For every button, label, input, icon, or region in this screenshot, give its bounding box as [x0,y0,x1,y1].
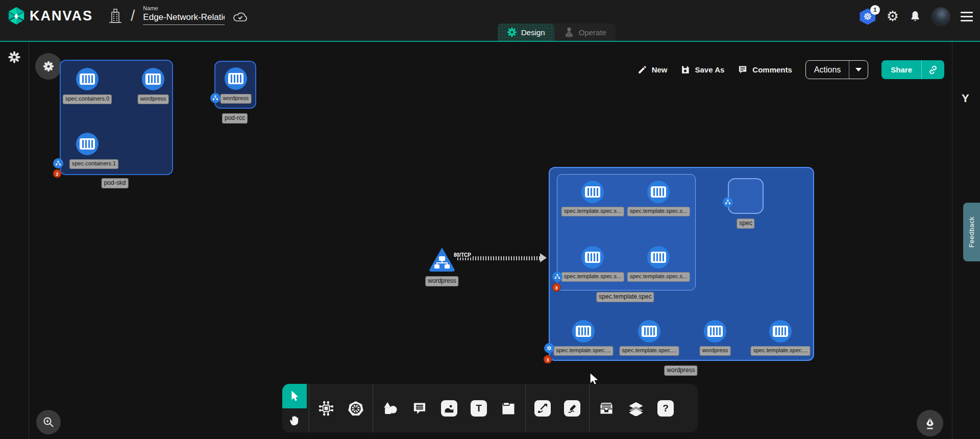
new-button[interactable]: New [638,65,668,75]
organization-icon[interactable] [108,8,122,23]
save-icon [680,65,690,75]
kanvas-logo-icon[interactable] [7,6,26,26]
container-node[interactable] [581,181,604,203]
drawer-icon [599,402,614,415]
pan-hand-tool-button[interactable] [282,408,307,432]
container-label: wordpress [700,346,731,356]
settings-gear-icon[interactable]: ⚙ [887,10,899,23]
feedback-tab[interactable]: Feedback [963,203,980,261]
components-tool-button[interactable] [311,384,341,432]
kubernetes-wheel-icon [348,400,364,417]
help-button[interactable]: ? [651,384,680,432]
kubernetes-context-button[interactable]: ☸ 1 [859,9,876,25]
image-icon [441,400,457,417]
container-node[interactable] [142,68,164,90]
zoom-button[interactable] [36,410,61,434]
container-icon [80,138,95,150]
spec-node[interactable] [728,178,764,214]
share-label: Share [881,65,921,74]
wordpress-deployment-label: wordpress [664,365,697,376]
spec-label: spec [737,218,754,229]
comments-label: Comments [752,65,792,74]
operate-people-icon [564,27,575,37]
pen-mode-button[interactable] [917,410,943,436]
note-tool-button[interactable] [494,384,523,432]
tab-design[interactable]: Design [498,23,554,41]
container-icon [80,74,95,85]
container-label: spec.template.spec.s... [561,207,624,216]
text-tool-button[interactable]: T [464,384,494,432]
container-label: spec.template.spec.... [751,346,811,356]
pen-path-tool-button[interactable] [528,384,557,432]
container-node[interactable] [769,320,792,343]
comment-tool-icon [412,401,427,416]
save-as-button[interactable]: Save As [680,65,724,75]
design-spiral-icon [507,27,517,37]
layer5-y-logo: Y [962,92,969,105]
meshery-spiral-icon[interactable] [8,51,21,64]
design-name-label: Name [143,5,225,11]
container-label: spec.template.spec.s... [627,272,690,282]
user-avatar[interactable] [932,7,950,26]
container-node[interactable] [638,320,660,343]
container-icon [773,326,788,337]
container-node[interactable] [704,320,726,343]
container-node[interactable] [647,246,670,269]
container-label: spec.template.spec.... [554,346,614,356]
container-node[interactable] [76,68,99,90]
service-node[interactable] [428,246,456,274]
copy-link-icon[interactable] [922,65,944,75]
service-label: wordpress [425,276,458,286]
container-node[interactable] [76,133,99,155]
text-tool-icon: T [471,400,487,417]
network-badge-icon[interactable] [552,272,562,282]
actions-button[interactable]: Actions [805,60,868,79]
pod-rcc-group[interactable]: wordpress [214,61,256,109]
designs-drawer-button[interactable] [592,384,621,432]
tab-operate-label: Operate [579,28,606,37]
save-as-label: Save As [695,65,724,74]
spec-template-group[interactable]: spec.template.spec.s... spec.template.sp… [557,174,696,290]
image-tool-button[interactable] [434,384,464,432]
pod-skd-group[interactable]: spec.containers.0 wordpress spec.contain… [60,60,173,175]
freehand-draw-tool-button[interactable] [557,384,587,432]
components-flower-button[interactable] [35,53,62,80]
kubernetes-tool-button[interactable] [341,384,371,432]
actions-label: Actions [806,65,849,75]
container-icon [651,252,666,263]
container-label: spec.containers.0 [63,94,112,104]
shapes-tool-button[interactable] [375,384,405,432]
help-icon: ? [657,400,674,417]
hand-icon [289,414,300,427]
comment-tool-button[interactable] [405,384,434,432]
container-node[interactable] [572,320,595,343]
actions-caret-icon[interactable] [855,68,862,71]
comments-button[interactable]: Comments [738,65,792,75]
network-badge-icon[interactable] [723,197,733,207]
design-name-input[interactable] [143,12,225,25]
container-icon [651,186,666,198]
left-panel-strip: › [0,42,29,439]
network-badge-icon[interactable] [210,93,220,103]
notifications-bell-icon[interactable] [909,10,921,23]
layers-button[interactable] [621,384,651,432]
share-button[interactable]: Share [881,60,944,79]
pencil-icon [638,65,647,75]
error-count-badge[interactable]: 3 [544,355,552,364]
container-label: spec.containers.1 [69,159,118,169]
pod-rcc-label: pod-rcc [222,113,248,124]
container-label: wordpress [220,94,252,104]
error-count-badge[interactable]: 2 [53,169,62,178]
menu-hamburger-icon[interactable] [961,12,973,21]
select-tool-button[interactable] [282,384,307,408]
container-node[interactable] [581,246,604,269]
container-node[interactable] [647,181,670,203]
tab-operate[interactable]: Operate [554,23,616,41]
pod-skd-label: pod-skd [102,178,129,188]
wordpress-deployment-group[interactable]: spec.template.spec.s... spec.template.sp… [549,167,814,361]
container-icon [707,326,723,337]
error-count-badge[interactable]: 3 [552,283,561,292]
container-node[interactable] [225,67,247,90]
meshery-badge-icon[interactable] [544,343,554,353]
network-badge-icon[interactable] [53,158,63,168]
